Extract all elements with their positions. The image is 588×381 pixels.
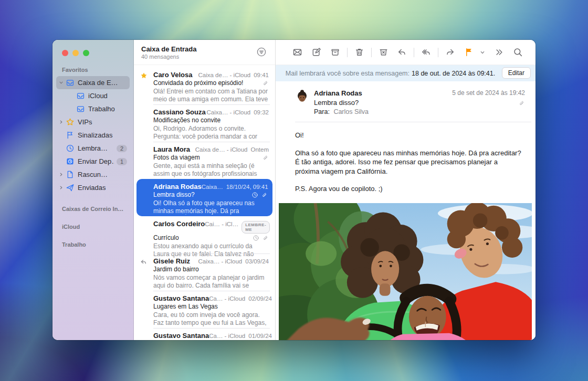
reminder-clock-icon (253, 235, 259, 241)
clock-icon (66, 144, 75, 153)
message-time: 18/10/24, 09:41 (226, 184, 268, 190)
flag-menu-chevron-button[interactable] (475, 49, 486, 56)
sidebar-item-enviadas[interactable]: Enviadas (56, 181, 130, 194)
reminder-clock-icon (251, 192, 258, 198)
message-sender: Gisele Ruiz (153, 257, 190, 265)
message-row-laura-mora[interactable]: Laura MoraCaixa de… - iCloudOntemFotos d… (134, 142, 275, 179)
mailbox-count-badge: 1 (117, 158, 127, 165)
sidebar-section-trabalho[interactable]: Trabalho (52, 241, 133, 248)
message-mailbox: Caixa… - iCloud (206, 109, 250, 115)
message-paragraph: P.S. Agora vou de copiloto. ;) (295, 184, 523, 194)
minimize-window-button[interactable] (72, 50, 79, 56)
message-row-gustavo-santana[interactable]: Gustavo SantanaCa… - iCloud02/09/24Lugar… (134, 291, 275, 328)
edit-reminder-button[interactable]: Editar (502, 67, 531, 79)
sidebar-item-enviar-dep[interactable]: Enviar Dep…1 (56, 155, 130, 168)
message-mailbox: Caixa… (202, 184, 223, 190)
message-row-line1: Laura MoraCaixa de… - iCloudOntem (153, 145, 269, 153)
sidebar-item-trabalho[interactable]: Trabalho (56, 102, 130, 115)
toolbar-separator (347, 48, 348, 57)
toolbar-separator (438, 48, 438, 57)
sidebar-section-caixas-de-correio-in[interactable]: Caixas de Correio In… (52, 206, 133, 212)
search-button[interactable] (512, 46, 524, 58)
overflow-button[interactable] (493, 46, 505, 58)
message-time: 03/09/24 (245, 258, 269, 264)
sidebar-item-label: Rascun… (78, 171, 127, 178)
forward-button[interactable] (444, 46, 456, 58)
message-time: 02/09/24 (248, 295, 272, 302)
message-preview: Oi! Olha só a foto que apareceu nas minh… (153, 199, 268, 215)
sidebar-item-sinalizadas[interactable]: Sinalizadas (56, 129, 130, 142)
toolbar-group (493, 46, 505, 58)
sidebar-item-caixa-de-e[interactable]: Caixa de E… (56, 76, 130, 89)
close-window-button[interactable] (62, 50, 68, 56)
message-row-line1: Caro VelosaCaixa de… - iCloud09:41 (153, 71, 269, 79)
zoom-window-button[interactable] (83, 50, 89, 56)
message-body: Oi!Olha só a foto que apareceu nas minha… (276, 122, 536, 202)
message-row-line1: Gisele RuizCaixa… - iCloud03/09/24 (153, 257, 269, 265)
message-row-icons (253, 235, 269, 241)
flag-button[interactable] (463, 46, 475, 58)
message-row-caro-velosa[interactable]: Caro VelosaCaixa de… - iCloud09:41Convid… (134, 67, 275, 104)
message-subject: Lugares em Las Vegas (153, 303, 269, 310)
mailbox-count-badge: 2 (117, 145, 127, 152)
reading-pane: Mail lembrará você sobre esta mensagem: … (276, 40, 536, 340)
message-mailbox: Cai… - iCl… (205, 221, 238, 227)
inbox-icon (76, 91, 85, 100)
sidebar-item-label: Enviar Dep… (78, 157, 114, 165)
message-row-carlos-cordeiro[interactable]: Carlos CordeiroCai… - iCl…LEMBRE-MECurrí… (134, 216, 275, 253)
toolbar-separator (414, 48, 414, 57)
toolbar-group (396, 46, 456, 58)
message-row-line2: Modificações no convite (153, 117, 269, 124)
toolbar-group (512, 46, 524, 58)
get-mail-button[interactable] (291, 46, 303, 58)
sidebar-item-rascun[interactable]: Rascun… (56, 168, 130, 181)
attachment-paperclip-icon[interactable] (518, 100, 525, 107)
message-row-icons (262, 80, 269, 87)
attachment-paperclip-icon (261, 192, 268, 198)
message-mailbox: Ca… - iCloud (209, 333, 245, 339)
sidebar-item-vips[interactable]: VIPs (56, 115, 130, 129)
sidebar-item-label: Caixa de E… (78, 79, 127, 87)
sidebar-section-favoritos[interactable]: Favoritos (52, 65, 133, 76)
toolbar-group (291, 46, 303, 58)
attachment-paperclip-icon (262, 80, 269, 87)
flag-icon (464, 47, 474, 57)
vip-star-glyph (140, 72, 148, 79)
sender-avatar[interactable] (295, 90, 309, 104)
message-row-adriana-rodas[interactable]: Adriana RodasCaixa…18/10/24, 09:41Lembra… (136, 179, 272, 216)
message-row-gustavo-santana[interactable]: Gustavo SantanaCa… - iCloud01/09/24 (134, 328, 275, 340)
photo-selfie-three-friends (279, 203, 532, 340)
reply-all-button[interactable] (420, 46, 432, 58)
archive-icon (330, 47, 340, 57)
chevron-right-icon[interactable] (59, 172, 66, 177)
message-time: 09:32 (254, 109, 269, 115)
chevron-down-icon (480, 50, 485, 55)
sent-icon (66, 183, 75, 192)
compose-button[interactable] (310, 46, 322, 58)
get-mail-icon (292, 47, 302, 57)
chevron-right-icon[interactable] (59, 185, 66, 190)
message-row-gisele-ruiz[interactable]: Gisele RuizCaixa… - iCloud03/09/24Jardim… (134, 253, 275, 291)
message-sender: Gustavo Santana (153, 294, 209, 302)
archive-button[interactable] (329, 46, 341, 58)
sidebar-item-lembra[interactable]: Lembra…2 (56, 142, 130, 155)
chevron-right-glyph (59, 120, 64, 124)
junk-button[interactable] (377, 46, 390, 58)
sidebar-section-icloud[interactable]: iCloud (52, 224, 133, 230)
reply-button[interactable] (396, 46, 408, 58)
message-row-cassiano-souza[interactable]: Cassiano SouzaCaixa… - iCloud09:32Modifi… (134, 104, 275, 142)
send-later-icon (66, 157, 75, 166)
filter-button[interactable] (256, 47, 267, 57)
draft-icon (66, 170, 75, 179)
trash-button[interactable] (353, 46, 365, 58)
message-row-icons (251, 192, 268, 198)
message-photo-attachment[interactable] (279, 203, 532, 340)
message-row-line2: Lembra disso? (153, 191, 268, 198)
message-preview: Gente, aqui está a minha seleção (é assi… (153, 162, 269, 177)
toolbar-group (329, 46, 390, 58)
sidebar-item-icloud[interactable]: iCloud (56, 89, 130, 102)
chevron-down-icon[interactable] (59, 80, 66, 85)
message-sender: Caro Velosa (153, 71, 192, 79)
chevron-right-icon[interactable] (59, 120, 66, 124)
reminder-banner: Mail lembrará você sobre esta mensagem: … (276, 65, 536, 81)
